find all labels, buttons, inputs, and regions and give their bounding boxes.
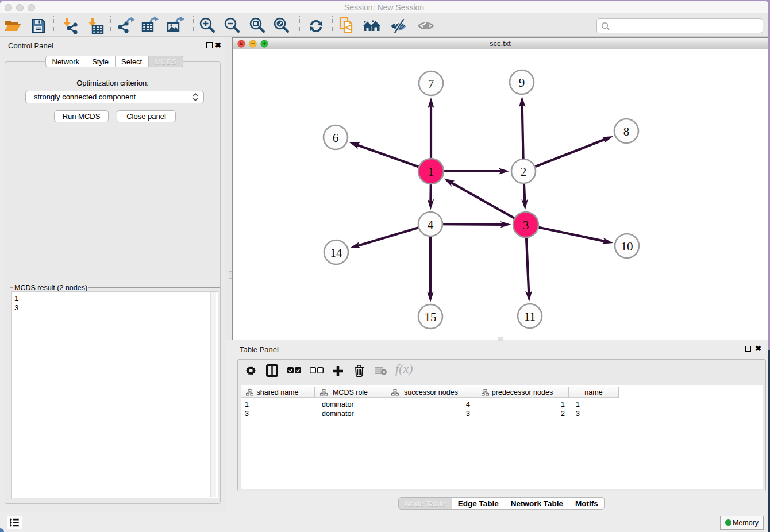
svg-text:11: 11	[524, 310, 536, 323]
svg-text:9: 9	[519, 76, 525, 90]
svg-text:3: 3	[523, 218, 529, 232]
svg-text:2: 2	[521, 165, 527, 179]
svg-text:10: 10	[621, 240, 633, 253]
svg-text:1: 1	[428, 165, 434, 179]
svg-text:6: 6	[333, 131, 339, 145]
svg-text:7: 7	[428, 77, 434, 91]
svg-text:14: 14	[330, 246, 343, 260]
svg-text:4: 4	[428, 218, 434, 232]
svg-text:15: 15	[425, 310, 437, 324]
svg-text:8: 8	[623, 125, 630, 138]
